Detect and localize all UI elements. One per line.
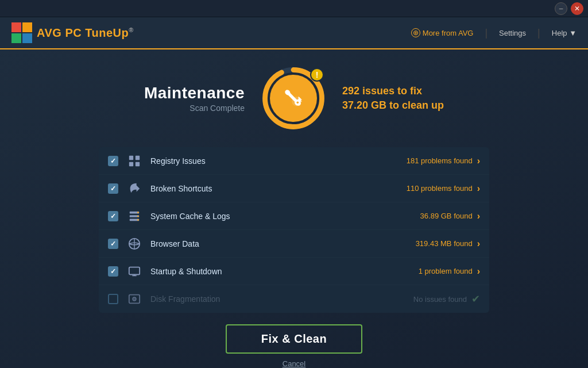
row-result-startup: 1 problem found [419, 267, 473, 275]
result-row-disk: Disk FragmentationNo issues found✔ [99, 285, 489, 313]
svg-rect-11 [129, 162, 133, 166]
result-row-browser[interactable]: Browser Data319.43 MB found› [99, 230, 489, 258]
svg-rect-21 [129, 267, 140, 274]
row-label-registry: Registry Issues [150, 156, 407, 166]
row-result-disk: No issues found [413, 295, 467, 304]
chevron-icon-startup: › [477, 266, 480, 277]
svg-rect-3 [22, 33, 32, 43]
row-result-registry: 181 problems found [407, 156, 473, 165]
result-row-shortcuts[interactable]: Broken Shortcuts110 problems found› [99, 175, 489, 202]
shortcuts-icon [125, 179, 144, 198]
avg-logo-icon [11, 22, 32, 43]
scan-status: Scan Complete [144, 103, 245, 113]
checkbox-shortcuts[interactable] [108, 183, 118, 194]
disk-icon [125, 290, 144, 308]
nav-separator-2: | [537, 27, 540, 39]
row-result-browser: 319.43 MB found [416, 239, 473, 248]
maintenance-title: Maintenance [144, 84, 245, 102]
svg-point-8 [297, 102, 299, 104]
hero-text: Maintenance Scan Complete [144, 84, 245, 113]
nav-separator-1: | [485, 27, 488, 39]
results-list: Registry Issues181 problems found›Broken… [99, 147, 489, 313]
result-row-registry[interactable]: Registry Issues181 problems found› [99, 147, 489, 175]
svg-rect-0 [11, 22, 21, 32]
browser-icon [125, 235, 144, 253]
app-logo: AVG PC TuneUp® [11, 22, 134, 43]
help-button[interactable]: Help ▼ [552, 29, 577, 37]
checkbox-browser[interactable] [108, 239, 118, 249]
startup-icon [125, 262, 144, 281]
svg-rect-10 [136, 155, 140, 159]
svg-point-16 [137, 212, 139, 213]
wrench-gear-icon [281, 86, 306, 111]
checkbox-registry[interactable] [108, 156, 118, 166]
window-controls: – ✕ [555, 2, 583, 15]
minimize-button[interactable]: – [555, 2, 567, 15]
alert-badge: ! [310, 68, 324, 82]
issues-stat: 292 issues to fix [342, 85, 444, 97]
chevron-icon-shortcuts: › [477, 183, 480, 194]
hero-section: Maintenance Scan Complete ! [144, 67, 444, 130]
row-label-cache: System Cache & Logs [150, 212, 420, 221]
close-button[interactable]: ✕ [571, 2, 583, 15]
settings-button[interactable]: Settings [499, 29, 526, 37]
svg-rect-12 [136, 162, 140, 166]
progress-circle: ! [262, 67, 325, 130]
row-label-disk: Disk Fragmentation [150, 294, 413, 304]
row-label-startup: Startup & Shutdown [150, 267, 419, 276]
app-title: AVG PC TuneUp® [37, 26, 134, 40]
registry-icon [125, 152, 144, 170]
titlebar: – ✕ [0, 0, 588, 17]
row-label-shortcuts: Broken Shortcuts [150, 184, 407, 193]
chevron-icon-browser: › [477, 239, 480, 249]
fix-clean-button[interactable]: Fix & Clean [226, 324, 362, 354]
cache-icon [125, 207, 144, 225]
cancel-button[interactable]: Cancel [283, 359, 305, 368]
svg-point-17 [137, 215, 139, 217]
storage-stat: 37.20 GB to clean up [342, 99, 444, 112]
row-result-shortcuts: 110 problems found [407, 184, 473, 193]
main-content: Maintenance Scan Complete ! [0, 49, 588, 368]
plus-icon: ⊕ [411, 28, 420, 37]
svg-rect-2 [11, 33, 21, 43]
more-from-avg-button[interactable]: ⊕ More from AVG [411, 28, 474, 37]
svg-point-18 [137, 219, 139, 221]
svg-rect-1 [22, 22, 32, 32]
header-nav: ⊕ More from AVG | Settings | Help ▼ [411, 27, 577, 39]
chevron-icon-cache: › [477, 211, 480, 221]
checkbox-disk[interactable] [108, 294, 118, 304]
chevron-icon-registry: › [477, 156, 480, 166]
hero-stats: 292 issues to fix 37.20 GB to clean up [342, 85, 444, 112]
row-result-cache: 36.89 GB found [420, 212, 473, 220]
done-icon-disk: ✔ [471, 293, 480, 305]
result-row-cache[interactable]: System Cache & Logs36.89 GB found› [99, 202, 489, 230]
svg-rect-9 [129, 155, 133, 159]
svg-point-26 [134, 298, 135, 300]
result-row-startup[interactable]: Startup & Shutdown1 problem found› [99, 258, 489, 285]
checkbox-cache[interactable] [108, 211, 118, 221]
header: AVG PC TuneUp® ⊕ More from AVG | Setting… [0, 17, 588, 49]
row-label-browser: Browser Data [150, 239, 416, 248]
checkbox-startup[interactable] [108, 266, 118, 277]
circle-icon-bg [270, 75, 317, 122]
